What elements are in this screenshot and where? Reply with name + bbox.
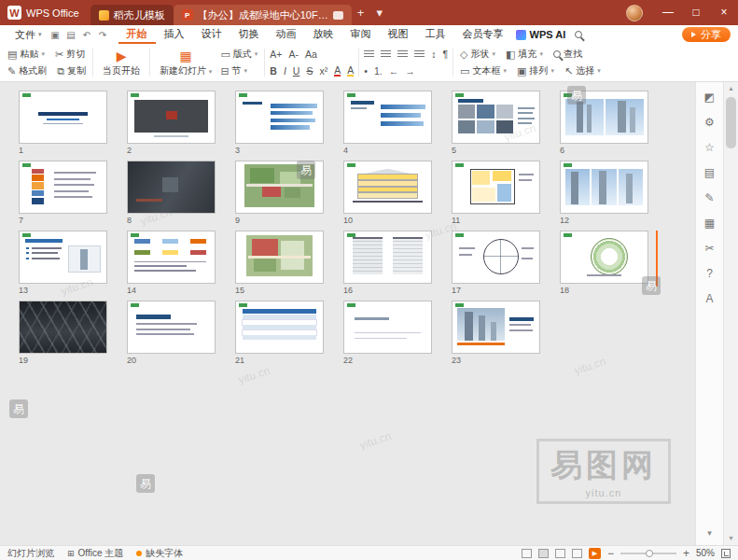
document-icon[interactable]: ▤ [704,167,715,178]
arrange-button[interactable]: ▣ 排列▾ [515,64,556,77]
missing-font-warning[interactable]: 缺失字体 [136,547,183,560]
favorites-icon[interactable]: ☆ [704,142,715,153]
skin-icon[interactable]: ◩ [704,91,715,103]
slide-thumbnail-23[interactable] [452,301,540,354]
slide-thumbnail-3[interactable] [235,91,324,144]
share-button[interactable]: 分享 [682,27,731,42]
slideshow-play-button[interactable]: ▶ [589,548,601,559]
slide-sorter-area[interactable]: 1234567891011121314151617181920212223 [0,82,695,545]
slide-thumbnail-1[interactable] [19,91,107,144]
slide-thumbnail-16[interactable] [343,231,432,284]
slideshow-view-button[interactable] [572,549,582,558]
search-icon[interactable] [575,31,582,38]
underline-button[interactable]: U [293,65,300,77]
scroll-up-button[interactable]: ▴ [724,82,738,95]
pilcrow-button[interactable]: ¶ [442,49,448,60]
minimize-button[interactable]: — [654,0,682,25]
clip-icon[interactable]: ✂ [704,243,714,254]
help-icon[interactable]: ? [706,268,713,279]
clear-format-button[interactable]: Aa [305,49,317,60]
slide-thumbnail-18[interactable] [560,231,648,284]
slide-thumbnail-11[interactable] [452,161,540,214]
font-icon[interactable]: A [705,293,713,304]
tab-list-button[interactable]: ▾ [370,6,389,20]
comment-bubble-icon[interactable] [333,11,343,20]
menu-tab-3[interactable]: 切换 [230,25,268,44]
normal-view-button[interactable] [522,549,532,558]
copy-button[interactable]: ⧉ 复制 [55,64,88,77]
slide-thumbnail-6[interactable] [560,91,648,144]
slide-thumbnail-17[interactable] [452,231,540,284]
align-center-button[interactable] [381,50,391,59]
close-button[interactable]: × [710,0,738,25]
tab-document[interactable]: P 【办公】成都绿地中心10F办公... [174,5,352,25]
slide-thumbnail-5[interactable] [452,91,540,144]
highlight-button[interactable]: A [347,65,354,77]
zoom-slider[interactable] [620,553,676,554]
menu-tab-9[interactable]: 会员专享 [454,25,512,44]
print-button[interactable]: ▤ [63,30,79,40]
textbox-button[interactable]: ▭ 文本框▾ [458,64,508,77]
slide-thumbnail-15[interactable] [235,231,324,284]
zoom-out-button[interactable]: − [607,549,614,558]
sidebar-collapse-button[interactable]: ▾ [696,528,723,538]
decrease-font-button[interactable]: A- [288,49,299,60]
zoom-slider-thumb[interactable] [646,550,653,557]
undo-button[interactable]: ↶ [79,30,95,40]
reading-view-button[interactable] [555,549,565,558]
superscript-button[interactable]: x² [319,65,327,77]
menu-tab-7[interactable]: 视图 [380,25,417,44]
file-menu[interactable]: 文件 ▾ [9,28,48,42]
edit-icon[interactable]: ✎ [704,192,714,203]
menu-tab-1[interactable]: 插入 [156,25,193,44]
save-button[interactable]: ▣ [48,30,63,40]
numbering-button[interactable]: 1. [374,65,383,77]
line-spacing-button[interactable]: ↕ [431,49,436,60]
zoom-in-button[interactable]: + [683,549,689,558]
slide-thumbnail-7[interactable] [19,161,107,214]
scrollbar-thumb[interactable] [726,97,736,148]
section-button[interactable]: ⊟ 节 ▾ [218,64,249,77]
increase-font-button[interactable]: A+ [270,49,282,60]
decrease-indent-button[interactable]: ← [389,65,399,77]
slide-thumbnail-12[interactable] [560,161,648,214]
increase-indent-button[interactable]: → [405,65,415,77]
slide-thumbnail-20[interactable] [127,301,216,354]
menu-tab-2[interactable]: 设计 [193,25,230,44]
wps-ai-button[interactable]: WPS AI [516,29,566,40]
slide-thumbnail-14[interactable] [127,231,216,284]
layout-button[interactable]: ▭ 版式 ▾ [218,48,259,61]
shape-button[interactable]: ◇ 形状▾ [458,48,497,61]
menu-tab-6[interactable]: 审阅 [342,25,380,44]
chart-icon[interactable]: ▦ [704,217,715,229]
strikethrough-button[interactable]: S [306,65,313,77]
slide-thumbnail-4[interactable] [343,91,432,144]
user-avatar[interactable] [626,5,643,21]
align-right-button[interactable] [397,50,408,59]
fit-window-button[interactable] [721,549,731,558]
redo-button[interactable]: ↷ [95,30,111,40]
theme-button[interactable]: ⊞ Office 主题 [67,547,123,560]
fill-button[interactable]: ◧ 填充▾ [504,48,545,61]
justify-button[interactable] [414,50,425,59]
bold-button[interactable]: B [270,65,277,77]
menu-tab-4[interactable]: 动画 [268,25,305,44]
slide-thumbnail-10[interactable] [343,161,432,214]
italic-button[interactable]: I [284,65,286,77]
menu-tab-5[interactable]: 放映 [305,25,342,44]
wps-logo[interactable]: W WPS Office [7,6,79,20]
font-color-button[interactable]: A [334,65,341,77]
slide-thumbnail-22[interactable] [343,301,432,354]
vertical-scrollbar[interactable]: ▴ ▾ [723,82,738,545]
slide-thumbnail-2[interactable] [127,91,216,144]
maximize-button[interactable]: □ [682,0,710,25]
menu-tab-0[interactable]: 开始 [118,25,156,44]
slide-thumbnail-19[interactable] [19,301,107,354]
tab-template-store[interactable]: 稻壳儿模板 [91,5,174,25]
slide-thumbnail-21[interactable] [235,301,324,354]
menu-tab-8[interactable]: 工具 [417,25,454,44]
bullets-button[interactable]: • [364,65,368,77]
find-button[interactable]: 查找 [551,48,584,61]
slide-thumbnail-13[interactable] [19,231,107,284]
slide-sorter-view-button[interactable] [538,549,549,558]
